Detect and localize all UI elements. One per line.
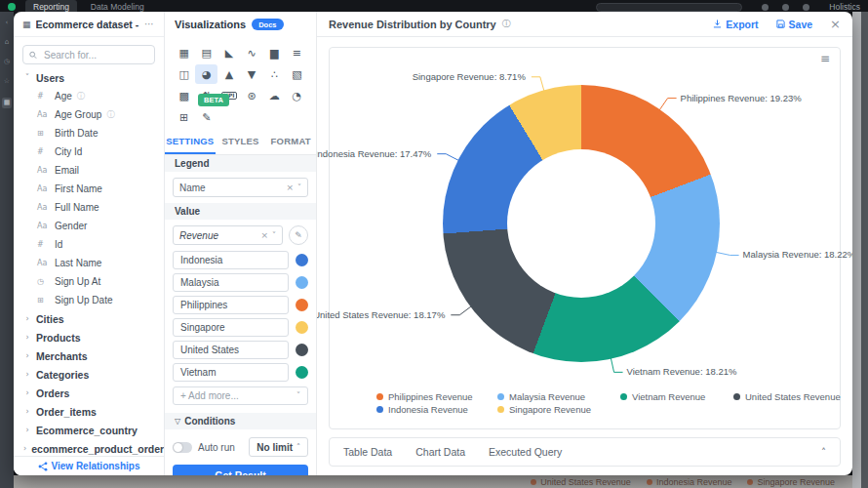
sidebar-field-sign-up-date[interactable]: ⊞Sign Up Date: [14, 291, 164, 309]
sidebar-section-orders[interactable]: ›Orders: [14, 384, 164, 402]
recent-icon[interactable]: ◷: [4, 59, 10, 65]
datasets-icon[interactable]: ▦: [2, 98, 13, 108]
sidebar-field-age[interactable]: #Ageⓘ: [14, 87, 164, 105]
value-item-field[interactable]: Vietnam: [173, 363, 289, 382]
info-icon[interactable]: ⓘ: [502, 18, 511, 30]
add-more-field[interactable]: + Add more... ˅: [173, 386, 308, 405]
value-item-field[interactable]: Indonesia: [173, 251, 289, 269]
result-tab-executed-query[interactable]: Executed Query: [489, 446, 562, 458]
sidebar-field-email[interactable]: AaEmail: [14, 161, 164, 180]
color-swatch[interactable]: [296, 299, 308, 311]
clear-icon[interactable]: ×: [286, 183, 294, 192]
heatmap-icon[interactable]: ▩: [173, 86, 195, 105]
column-chart-icon[interactable]: ▆: [263, 43, 286, 62]
row-limit-select[interactable]: No limit ˄: [249, 437, 308, 457]
sidebar-section-ecommerce-country[interactable]: ›Ecommerce_country: [14, 421, 164, 439]
combo-chart-icon[interactable]: ◫: [173, 64, 195, 84]
export-button[interactable]: Export: [713, 19, 758, 30]
beta-badge: BETA: [198, 94, 229, 106]
field-type-number-icon: #: [37, 147, 50, 156]
help-icon[interactable]: [782, 4, 789, 11]
filled-map-icon[interactable]: ▧: [286, 64, 308, 84]
chevron-right-icon: ›: [23, 351, 31, 360]
custom-chart-icon[interactable]: ✎: [195, 107, 217, 127]
word-cloud-icon[interactable]: ☁: [263, 86, 286, 105]
result-tab-chart-data[interactable]: Chart Data: [415, 446, 465, 458]
value-item-field[interactable]: Singapore: [173, 318, 289, 337]
sidebar-section-cities[interactable]: ›Cities: [14, 309, 164, 328]
collapse-rail-icon[interactable]: ‹: [6, 20, 9, 26]
sidebar-section-categories[interactable]: ›Categories: [14, 365, 164, 384]
legend-item-indonesia-revenue[interactable]: Indonesia Revenue: [376, 404, 497, 415]
value-item-field[interactable]: United States: [173, 341, 289, 359]
pyramid-chart-icon[interactable]: ▲: [217, 64, 240, 84]
notifications-icon[interactable]: [762, 4, 769, 11]
legend-item-philippines-revenue[interactable]: Philippines Revenue: [376, 391, 497, 402]
clear-icon[interactable]: ×: [260, 230, 268, 240]
bar-chart-icon[interactable]: ≡: [286, 43, 308, 62]
view-relationships-link[interactable]: View Relationships: [14, 456, 164, 475]
more-options-icon[interactable]: ⋯: [144, 19, 155, 29]
favorites-icon[interactable]: ☆: [4, 78, 10, 85]
legend-item-vietnam-revenue[interactable]: Vietnam Revenue: [620, 391, 733, 402]
chart-menu-icon[interactable]: ≡: [820, 52, 830, 65]
sidebar-field-last-name[interactable]: AaLast Name: [14, 254, 164, 272]
value-field-select[interactable]: Revenue × ˅: [173, 225, 283, 245]
tab-format[interactable]: FORMAT: [265, 131, 316, 154]
color-swatch[interactable]: [296, 254, 308, 266]
field-search-box[interactable]: [22, 45, 155, 64]
settings-icon[interactable]: [803, 4, 809, 11]
result-tab-table-data[interactable]: Table Data: [343, 446, 392, 458]
value-item-field[interactable]: Philippines: [173, 296, 289, 314]
close-icon[interactable]: ×: [830, 17, 841, 31]
sidebar-field-first-name[interactable]: AaFirst Name: [14, 180, 164, 198]
slice-label-singapore-revenue: Singapore Revenue: 8.71%: [413, 71, 526, 82]
edit-format-button[interactable]: ✎: [289, 225, 308, 245]
sidebar-field-id[interactable]: #Id: [14, 235, 164, 254]
field-search-input[interactable]: [42, 49, 148, 61]
sidebar-field-sign-up-at[interactable]: ◷Sign Up At: [14, 272, 164, 291]
topbar-tab-reporting[interactable]: Reporting: [25, 0, 77, 12]
cohort-chart-icon[interactable]: ⊞: [173, 107, 195, 127]
funnel-chart-icon[interactable]: ▼: [240, 64, 262, 84]
color-swatch[interactable]: [296, 344, 308, 356]
legend-item-malaysia-revenue[interactable]: Malaysia Revenue: [497, 391, 620, 402]
sidebar-section-merchants[interactable]: ›Merchants: [14, 346, 164, 365]
tab-styles[interactable]: STYLES: [216, 131, 266, 154]
line-chart-icon[interactable]: ∿: [240, 43, 262, 62]
app-logo[interactable]: [8, 3, 16, 11]
docs-badge[interactable]: Docs: [252, 19, 283, 30]
sidebar-section-users[interactable]: ˅Users: [14, 68, 164, 87]
scatter-chart-icon[interactable]: ∴: [263, 64, 286, 84]
value-item-field[interactable]: Malaysia: [173, 273, 289, 292]
data-table-icon[interactable]: ▦: [173, 43, 195, 62]
sidebar-field-full-name[interactable]: AaFull Name: [14, 198, 164, 217]
legend-field-select[interactable]: Name × ˅: [173, 178, 308, 197]
field-label: Full Name: [55, 202, 99, 213]
area-chart-icon[interactable]: ◣: [217, 43, 240, 62]
sidebar-section-products[interactable]: ›Products: [14, 328, 164, 346]
home-icon[interactable]: ⌂: [5, 39, 9, 46]
sidebar-field-gender[interactable]: AaGender: [14, 217, 164, 235]
color-swatch[interactable]: [296, 276, 308, 289]
legend-item-united-states-revenue[interactable]: United States Revenue: [733, 391, 852, 402]
topbar-tab-data-modeling[interactable]: Data Modeling: [83, 0, 152, 12]
sidebar-field-birth-date[interactable]: ⊞Birth Date: [14, 124, 164, 142]
radar-chart-icon[interactable]: ⊛: [240, 86, 262, 105]
auto-run-toggle[interactable]: [173, 442, 192, 453]
section-label: Order_items: [36, 406, 97, 418]
gauge-chart-icon[interactable]: ◔: [286, 86, 308, 105]
donut-chart-icon[interactable]: ◕: [195, 64, 217, 84]
save-button[interactable]: Save: [776, 19, 813, 30]
pivot-table-icon[interactable]: ▤: [195, 43, 217, 62]
sidebar-field-age-group[interactable]: AaAge Groupⓘ: [14, 105, 164, 124]
sidebar-field-city-id[interactable]: #City Id: [14, 142, 164, 161]
color-swatch[interactable]: [296, 321, 308, 334]
legend-item-singapore-revenue[interactable]: Singapore Revenue: [497, 404, 620, 415]
collapse-chevron-icon[interactable]: ˄: [821, 447, 826, 458]
global-search-input[interactable]: [596, 3, 742, 12]
get-result-button[interactable]: Get Result: [173, 465, 308, 475]
tab-settings[interactable]: SETTINGS: [165, 131, 216, 154]
color-swatch[interactable]: [296, 366, 308, 379]
sidebar-section-order-items[interactable]: ›Order_items: [14, 402, 164, 421]
